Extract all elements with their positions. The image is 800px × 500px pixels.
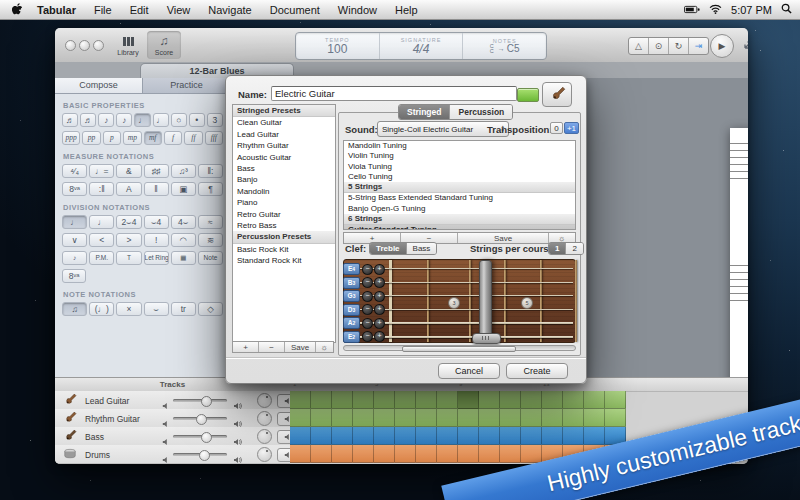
grid-cell[interactable] <box>584 427 605 445</box>
minimize-button[interactable] <box>79 40 90 51</box>
grid-cell[interactable] <box>437 427 458 445</box>
dynamic-ppp-button[interactable]: ppp <box>62 131 80 145</box>
dynamic-fff-button[interactable]: fff <box>205 131 223 145</box>
triplet-feel-button[interactable]: ♫³ <box>171 164 196 178</box>
dynamic-f-button[interactable]: f <box>164 131 182 145</box>
library-button[interactable]: Library <box>111 31 145 59</box>
tab-percussion[interactable]: Percussion <box>450 105 512 119</box>
ottava-division-button[interactable]: 8ᵛᵃ <box>62 269 86 283</box>
fretboard-scrollbar[interactable] <box>343 345 576 351</box>
volume-thumb[interactable] <box>196 414 207 425</box>
grid-cell[interactable] <box>500 391 521 409</box>
grid-cell[interactable] <box>374 427 395 445</box>
grid-cell[interactable] <box>437 445 458 463</box>
list-item[interactable]: 5-String Bass Extended Standard Tuning <box>344 193 575 203</box>
note-8th-alt-button[interactable]: ♪ <box>116 113 132 127</box>
staccato-button[interactable]: ! <box>144 233 169 247</box>
menu-view[interactable]: View <box>167 4 191 16</box>
grid-cell[interactable] <box>458 427 479 445</box>
grid-cell[interactable] <box>584 391 605 409</box>
tempo-marking-button[interactable]: ♩= <box>89 164 114 178</box>
grid-cell[interactable] <box>374 409 395 427</box>
action-menu-button[interactable]: ☼ <box>316 342 333 352</box>
grid-cell[interactable] <box>353 445 374 463</box>
practice-clock-button[interactable]: ⊙ <box>649 38 669 54</box>
menu-help[interactable]: Help <box>395 4 418 16</box>
grid-cell[interactable] <box>437 409 458 427</box>
bend-button[interactable]: ⌣ <box>144 302 169 316</box>
wifi-icon[interactable] <box>709 4 722 16</box>
grid-cell[interactable] <box>311 445 332 463</box>
playhead-button[interactable]: ⇥ <box>689 38 708 54</box>
dynamic-mp-button[interactable]: mp <box>123 131 141 145</box>
list-item[interactable]: Mandolin <box>233 186 335 197</box>
dead-note-button[interactable]: × <box>116 302 141 316</box>
note-16th-button[interactable]: ♬ <box>80 113 96 127</box>
add-button[interactable]: + <box>233 342 259 352</box>
string-4-minus-button[interactable]: − <box>362 318 373 329</box>
battery-icon[interactable] <box>684 4 700 16</box>
capo-slider[interactable] <box>479 260 492 342</box>
tie-into-button[interactable]: ⌣4 <box>144 215 169 229</box>
trill-button[interactable]: tr <box>171 302 196 316</box>
sidebar-tab-practice[interactable]: Practice <box>143 78 230 93</box>
list-item[interactable]: Bass <box>233 163 335 174</box>
list-item[interactable]: Standard Rock Kit <box>233 255 335 266</box>
grid-cell[interactable] <box>290 445 311 463</box>
let-ring-button[interactable]: Let Ring <box>144 251 169 265</box>
instrument-icon-button[interactable] <box>542 82 572 107</box>
volume-slider[interactable] <box>173 453 227 456</box>
loop-button[interactable]: ↻ <box>669 38 689 54</box>
close-button[interactable] <box>65 40 76 51</box>
chord-diagram-button[interactable]: ▦ <box>171 251 196 265</box>
string-E2[interactable] <box>358 336 573 338</box>
grid-cell[interactable] <box>521 445 542 463</box>
grid-cell[interactable] <box>521 391 542 409</box>
crescendo-button[interactable]: < <box>89 233 114 247</box>
string-B3[interactable] <box>358 282 573 283</box>
list-item[interactable]: Acoustic Guitar <box>233 152 335 163</box>
grid-cell[interactable] <box>395 409 416 427</box>
grid-cell[interactable] <box>437 391 458 409</box>
list-item[interactable]: Retro Guitar <box>233 209 335 220</box>
string-label-G3[interactable]: G3 <box>343 290 360 302</box>
ottava-button[interactable]: 8ᵛᵃ <box>62 182 87 196</box>
dynamic-pp-button[interactable]: pp <box>82 131 100 145</box>
track-row-drums[interactable]: Drums <box>55 445 290 464</box>
string-2-minus-button[interactable]: − <box>362 291 373 302</box>
list-item[interactable]: Banjo Open-G Tuning <box>344 204 575 214</box>
list-item[interactable]: Violin Tuning <box>344 151 575 161</box>
repeat-close-button[interactable]: :‖ <box>89 182 114 196</box>
create-button[interactable]: Create <box>506 363 568 379</box>
string-A2[interactable] <box>358 322 573 324</box>
grid-cell[interactable] <box>542 427 563 445</box>
dynamic-p-button[interactable]: p <box>103 131 121 145</box>
grid-cell[interactable] <box>458 445 479 463</box>
grid-cell[interactable] <box>416 427 437 445</box>
pan-knob[interactable] <box>257 393 272 408</box>
save-button[interactable]: Save <box>458 233 549 243</box>
string-label-E4[interactable]: E4 <box>343 263 360 275</box>
grid-cell[interactable] <box>458 391 479 409</box>
grid-cell[interactable] <box>353 409 374 427</box>
list-item[interactable]: Cello Tuning <box>344 172 575 182</box>
palm-mute-button[interactable]: P.M. <box>89 251 114 265</box>
grid-cell[interactable] <box>416 391 437 409</box>
division-quarter-button[interactable]: ♩ <box>62 215 87 229</box>
clef-option-bass[interactable]: Bass <box>407 243 437 254</box>
string-0-plus-button[interactable]: + <box>374 264 385 275</box>
zoom-button[interactable] <box>93 40 104 51</box>
string-5-plus-button[interactable]: + <box>374 331 385 342</box>
grid-cell[interactable] <box>521 409 542 427</box>
track-color-swatch[interactable] <box>517 88 539 102</box>
direction-mark-button[interactable]: ¶ <box>198 182 223 196</box>
grid-cell[interactable] <box>311 391 332 409</box>
sidebar-tab-compose[interactable]: Compose <box>55 78 143 93</box>
list-item[interactable]: Guitar Standard Tuning <box>344 225 575 230</box>
grid-cell[interactable] <box>332 427 353 445</box>
spc-option-1[interactable]: 1 <box>549 243 566 254</box>
grid-cell[interactable] <box>563 409 584 427</box>
cancel-button[interactable]: Cancel <box>438 363 500 379</box>
menu-document[interactable]: Document <box>270 4 320 16</box>
arpeggio-button[interactable]: ≈ <box>198 215 223 229</box>
